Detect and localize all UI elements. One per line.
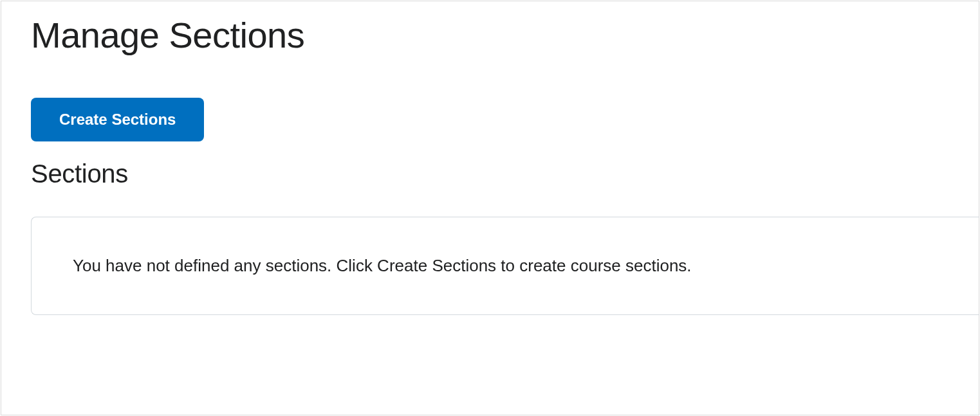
empty-state-message: You have not defined any sections. Click… [73, 256, 938, 276]
create-sections-button[interactable]: Create Sections [31, 98, 204, 141]
empty-state-box: You have not defined any sections. Click… [31, 217, 979, 315]
sections-heading: Sections [31, 159, 979, 188]
page-title: Manage Sections [31, 14, 979, 56]
page-container: Manage Sections Create Sections Sections… [1, 1, 979, 415]
